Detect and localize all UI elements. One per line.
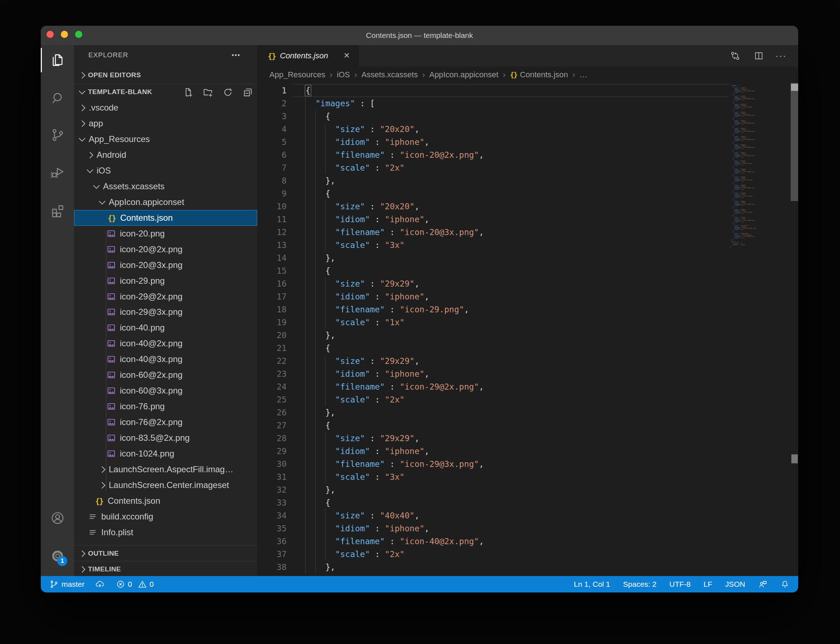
- code-line[interactable]: 1{: [257, 84, 728, 97]
- timeline-section[interactable]: TIMELINE: [74, 561, 257, 576]
- activity-bar-search-icon[interactable]: [41, 85, 74, 111]
- tree-item-icon-20.png[interactable]: icon-20.png: [74, 226, 257, 242]
- breadcrumb-item[interactable]: iOS: [337, 70, 350, 79]
- tree-item-icon-29@2x.png[interactable]: icon-29@2x.png: [74, 289, 257, 304]
- editor-scrollbar[interactable]: [791, 83, 798, 201]
- refresh-icon[interactable]: [223, 87, 233, 98]
- code-line[interactable]: 20 },: [257, 329, 728, 342]
- code-line[interactable]: 29 "idiom" : "iphone",: [257, 445, 728, 458]
- code-line[interactable]: 31 "scale" : "3x": [257, 470, 728, 483]
- language-mode-status[interactable]: JSON: [725, 576, 745, 593]
- code-line[interactable]: 23 "idiom" : "iphone",: [257, 368, 728, 380]
- code-line[interactable]: 6 "filename" : "icon-20@2x.png",: [257, 148, 728, 161]
- indentation-status[interactable]: Spaces: 2: [623, 576, 656, 593]
- code-line[interactable]: 17 "idiom" : "iphone",: [257, 290, 728, 303]
- code-line[interactable]: 38 },: [257, 561, 728, 573]
- code-line[interactable]: 13 "scale" : "3x": [257, 239, 728, 251]
- tree-item-Android[interactable]: Android: [74, 147, 257, 163]
- code-line[interactable]: 33 {: [257, 496, 728, 509]
- code-line[interactable]: 3 {: [257, 110, 728, 123]
- code-line[interactable]: 18 "filename" : "icon-29.png",: [257, 303, 728, 316]
- code-line[interactable]: 24 "filename" : "icon-29@2x.png",: [257, 380, 728, 393]
- tree-item-icon-1024.png[interactable]: icon-1024.png: [74, 446, 257, 462]
- tree-item-App_Resources[interactable]: App_Resources: [74, 131, 257, 147]
- tree-item-Info.plist[interactable]: Info.plist: [74, 524, 257, 540]
- tree-item-icon-29.png[interactable]: icon-29.png: [74, 273, 257, 289]
- minimap[interactable]: { "images" : [ { "size" : "20x20", "idio…: [728, 84, 791, 576]
- title-bar[interactable]: Contents.json — template-blank: [41, 26, 798, 45]
- code-line[interactable]: 26 },: [257, 406, 728, 419]
- activity-bar-source-control-icon[interactable]: [41, 122, 74, 148]
- cursor-position-status[interactable]: Ln 1, Col 1: [574, 576, 610, 593]
- code-line[interactable]: 36 "filename" : "icon-40@2x.png",: [257, 535, 728, 548]
- activity-bar-extensions-icon[interactable]: [41, 197, 74, 223]
- new-folder-icon[interactable]: [202, 87, 213, 98]
- code-line[interactable]: 9 {: [257, 187, 728, 200]
- code-line[interactable]: 28 "size" : "29x29",: [257, 432, 728, 445]
- tree-item-icon-60@3x.png[interactable]: icon-60@3x.png: [74, 383, 257, 399]
- settings-gear-icon[interactable]: [41, 543, 74, 569]
- code-line[interactable]: 25 "scale" : "2x": [257, 393, 728, 406]
- code-line[interactable]: 16 "size" : "29x29",: [257, 277, 728, 290]
- tree-item-app[interactable]: app: [74, 115, 257, 131]
- code-line[interactable]: 37 "scale" : "2x": [257, 548, 728, 561]
- close-tab-icon[interactable]: ×: [344, 45, 349, 67]
- feedback-icon[interactable]: [758, 576, 767, 593]
- tree-item-AppIcon.appiconset[interactable]: AppIcon.appiconset: [74, 194, 257, 210]
- tree-item-icon-40@2x.png[interactable]: icon-40@2x.png: [74, 335, 257, 352]
- code-line[interactable]: 35 "idiom" : "iphone",: [257, 522, 728, 535]
- breadcrumb-item[interactable]: Assets.xcassets: [361, 70, 418, 79]
- tree-item-Contents.json[interactable]: {}Contents.json: [74, 493, 257, 509]
- explorer-more-actions-icon[interactable]: [229, 50, 243, 60]
- eol-status[interactable]: LF: [703, 576, 712, 593]
- zoom-window-button[interactable]: [75, 31, 82, 38]
- tree-item-icon-83.5@2x.png[interactable]: icon-83.5@2x.png: [74, 430, 257, 446]
- close-window-button[interactable]: [46, 31, 54, 38]
- code-line[interactable]: 7 "scale" : "2x": [257, 161, 728, 174]
- tree-item-icon-60@2x.png[interactable]: icon-60@2x.png: [74, 367, 257, 383]
- notifications-bell-icon[interactable]: [780, 576, 789, 593]
- tree-item-Assets.xcassets[interactable]: Assets.xcassets: [74, 179, 257, 194]
- outline-section[interactable]: OUTLINE: [74, 545, 257, 561]
- tree-item-.vscode[interactable]: .vscode: [74, 100, 257, 115]
- code-line[interactable]: 32 },: [257, 483, 728, 496]
- encoding-status[interactable]: UTF-8: [669, 576, 691, 593]
- code-line[interactable]: 21 {: [257, 342, 728, 355]
- account-icon[interactable]: [41, 505, 74, 531]
- breadcrumb-item[interactable]: App_Resources: [269, 70, 326, 79]
- collapse-all-icon[interactable]: [243, 87, 253, 98]
- sync-status[interactable]: [95, 576, 105, 593]
- code-line[interactable]: 12 "filename" : "icon-20@3x.png",: [257, 226, 728, 239]
- tree-item-LaunchScreen.AspectFill.imag…[interactable]: LaunchScreen.AspectFill.imag…: [74, 462, 257, 477]
- tree-item-icon-40.png[interactable]: icon-40.png: [74, 320, 257, 335]
- tree-item-icon-76@2x.png[interactable]: icon-76@2x.png: [74, 414, 257, 430]
- activity-bar-explorer-icon[interactable]: [41, 47, 74, 73]
- tree-item-LaunchScreen.Center.imageset[interactable]: LaunchScreen.Center.imageset: [74, 477, 257, 493]
- code-line[interactable]: 34 "size" : "40x40",: [257, 509, 728, 522]
- tree-item-build.xcconfig[interactable]: build.xcconfig: [74, 509, 257, 524]
- problems-status[interactable]: 0 0: [116, 576, 153, 593]
- tree-item-Contents.json[interactable]: {}Contents.json: [74, 210, 257, 226]
- code-line[interactable]: 15 {: [257, 264, 728, 277]
- code-editor[interactable]: 1{2 "images" : [3 {4 "size" : "20x20",5 …: [257, 83, 728, 576]
- code-line[interactable]: 27 {: [257, 419, 728, 432]
- code-line[interactable]: 14 },: [257, 251, 728, 264]
- new-file-icon[interactable]: [182, 87, 193, 98]
- code-line[interactable]: 19 "scale" : "1x": [257, 316, 728, 329]
- tree-item-iOS[interactable]: iOS: [74, 163, 257, 179]
- open-editors-section[interactable]: OPEN EDITORS: [74, 67, 257, 83]
- code-line[interactable]: 22 "size" : "29x29",: [257, 355, 728, 368]
- open-changes-icon[interactable]: [730, 51, 740, 61]
- split-editor-icon[interactable]: [753, 51, 764, 61]
- branch-status[interactable]: master: [49, 576, 84, 593]
- code-line[interactable]: 10 "size" : "20x20",: [257, 200, 728, 213]
- code-line[interactable]: 30 "filename" : "icon-29@3x.png",: [257, 458, 728, 470]
- breadcrumb-item[interactable]: Contents.json: [520, 70, 568, 79]
- tree-item-icon-20@2x.png[interactable]: icon-20@2x.png: [74, 242, 257, 257]
- code-line[interactable]: 4 "size" : "20x20",: [257, 123, 728, 136]
- tab-contents-json[interactable]: {} Contents.json ×: [257, 45, 359, 67]
- code-line[interactable]: 11 "idiom" : "iphone",: [257, 213, 728, 226]
- minimize-window-button[interactable]: [61, 31, 68, 38]
- tree-item-icon-29@3x.png[interactable]: icon-29@3x.png: [74, 304, 257, 320]
- code-line[interactable]: 2 "images" : [: [257, 97, 728, 110]
